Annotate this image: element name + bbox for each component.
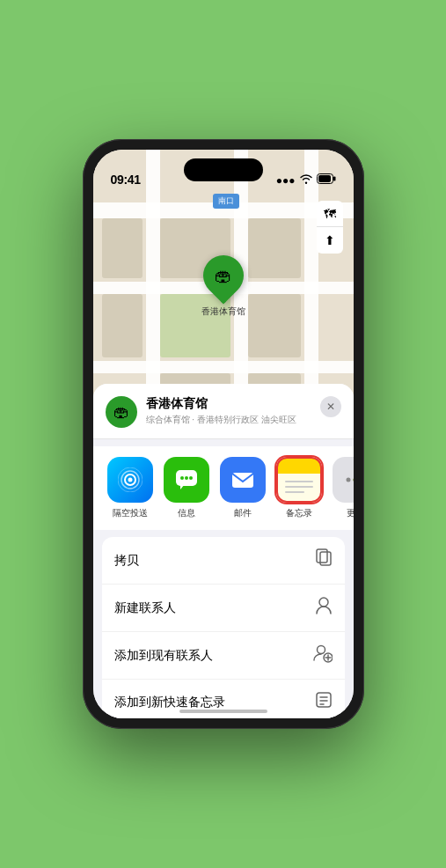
dynamic-island — [184, 158, 263, 181]
add-contact-icon — [313, 644, 333, 667]
home-indicator — [179, 710, 267, 713]
battery-icon — [317, 173, 336, 187]
action-new-contact-label: 新建联系人 — [114, 600, 176, 616]
action-add-contact[interactable]: 添加到现有联系人 — [102, 632, 345, 680]
action-add-contact-label: 添加到现有联系人 — [114, 648, 213, 664]
svg-point-25 — [185, 476, 188, 480]
map-label: 南口 — [213, 194, 239, 209]
action-new-contact[interactable]: 新建联系人 — [102, 585, 345, 632]
map-controls[interactable]: 🗺 ⬆ — [317, 201, 343, 254]
svg-rect-11 — [248, 218, 301, 278]
pin-label: 香港体育馆 — [201, 305, 245, 318]
wifi-icon — [300, 174, 312, 187]
copy-icon — [315, 548, 333, 572]
pin-marker: 🏟 — [194, 246, 252, 304]
bottom-sheet: 🏟 香港体育馆 综合体育馆 · 香港特别行政区 油尖旺区 ✕ — [93, 384, 354, 718]
venue-avatar: 🏟 — [106, 396, 137, 428]
share-airdrop[interactable]: 隔空投送 — [106, 457, 155, 519]
new-contact-icon — [315, 596, 333, 620]
status-icons: ●●● — [276, 173, 336, 187]
notes-icon — [276, 457, 322, 503]
svg-point-24 — [180, 476, 184, 480]
close-button[interactable]: ✕ — [320, 396, 341, 417]
svg-rect-14 — [102, 218, 143, 278]
signal-icon: ●●● — [276, 174, 296, 187]
venue-subtitle: 综合体育馆 · 香港特别行政区 油尖旺区 — [146, 414, 311, 426]
action-copy-label: 拷贝 — [114, 553, 139, 569]
airdrop-icon — [107, 457, 153, 503]
share-more[interactable]: 更多 — [331, 457, 354, 519]
svg-rect-13 — [248, 294, 301, 357]
svg-point-34 — [319, 598, 328, 607]
venue-name: 香港体育馆 — [146, 396, 311, 412]
notes-label: 备忘录 — [286, 507, 312, 519]
messages-icon — [164, 457, 209, 503]
status-time: 09:41 — [111, 173, 141, 187]
quick-note-icon — [315, 691, 333, 713]
mail-label: 邮件 — [234, 507, 252, 519]
svg-rect-15 — [102, 294, 143, 357]
venue-info: 香港体育馆 综合体育馆 · 香港特别行政区 油尖旺区 — [146, 396, 311, 426]
share-messages[interactable]: 信息 — [162, 457, 211, 519]
action-list: 拷贝 新建联系人 — [102, 537, 345, 718]
location-button[interactable]: ⬆ — [317, 227, 343, 254]
svg-point-35 — [317, 646, 325, 654]
share-notes[interactable]: 备忘录 — [274, 457, 324, 519]
map-type-button[interactable]: 🗺 — [317, 201, 343, 227]
venue-pin: 🏟 香港体育馆 — [201, 255, 245, 318]
svg-rect-2 — [333, 177, 336, 181]
action-copy[interactable]: 拷贝 — [102, 537, 345, 585]
more-icon — [333, 457, 354, 503]
mail-icon — [220, 457, 266, 503]
venue-header: 🏟 香港体育馆 综合体育馆 · 香港特别行政区 油尖旺区 ✕ — [93, 384, 354, 439]
more-label: 更多 — [347, 507, 354, 519]
svg-point-31 — [353, 478, 354, 482]
notes-lines — [285, 481, 313, 497]
phone-screen: 09:41 ●●● — [93, 150, 354, 718]
airdrop-label: 隔空投送 — [113, 507, 148, 519]
pin-icon: 🏟 — [215, 266, 232, 286]
phone-frame: 09:41 ●●● — [83, 139, 364, 729]
svg-rect-1 — [318, 175, 331, 182]
share-mail[interactable]: 邮件 — [218, 457, 267, 519]
venue-emoji: 🏟 — [113, 403, 129, 422]
share-row: 隔空投送 信息 — [93, 446, 354, 530]
action-quick-note-label: 添加到新快速备忘录 — [114, 695, 225, 710]
messages-label: 信息 — [178, 507, 195, 519]
svg-point-21 — [128, 478, 132, 482]
svg-point-28 — [346, 478, 350, 482]
svg-point-26 — [189, 476, 193, 480]
